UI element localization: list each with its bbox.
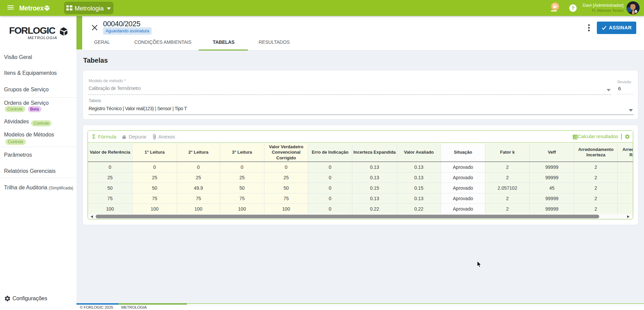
svg-text:FORLOGIC: FORLOGIC	[9, 26, 56, 36]
svg-text:METROLOGIA: METROLOGIA	[28, 35, 57, 39]
